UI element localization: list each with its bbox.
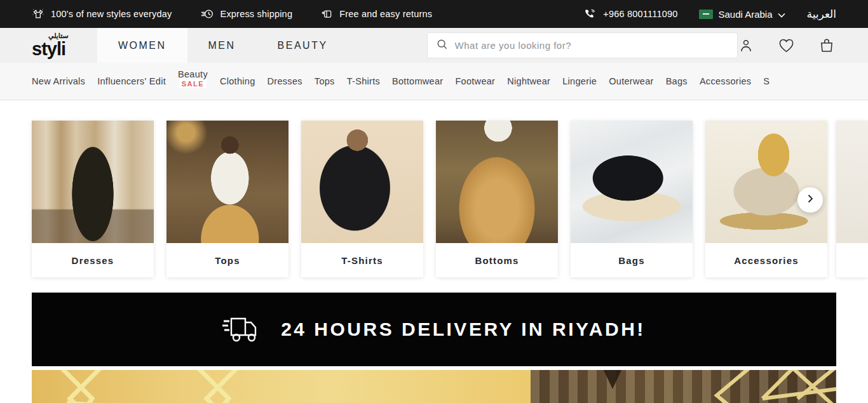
search-bar[interactable] [427,32,738,58]
category-label: Accessories [705,243,827,277]
language-switch[interactable]: العربية [807,8,836,21]
category-card-bottoms[interactable]: Bottoms [436,121,558,277]
search-input[interactable] [455,40,728,51]
country-name: Saudi Arabia [718,9,772,20]
account-icon[interactable] [738,37,754,54]
benefit-express-shipping: Express shipping [200,8,293,20]
nav-item-outerwear[interactable]: Outerwear [609,76,653,86]
country-selector[interactable]: Saudi Arabia [699,9,785,20]
category-cards: Dresses Tops T-Shirts Bottoms Bags Acces… [32,121,827,277]
header: ستايلي styli WOMEN MEN BEAUTY [0,28,868,63]
nav-item-clothing[interactable]: Clothing [220,76,255,86]
category-label: Bottoms [436,243,558,277]
tab-men[interactable]: MEN [187,28,257,63]
tab-women[interactable]: WOMEN [97,28,187,63]
nav-item-influencers-edit[interactable]: Influencers' Edit [97,76,166,86]
nav-item-nightwear[interactable]: Nightwear [507,76,550,86]
benefit-label: 100's of new styles everyday [51,9,172,19]
nav-item-tops[interactable]: Tops [315,76,335,86]
category-card-tshirts[interactable]: T-Shirts [301,121,423,277]
delivery-truck-icon [222,314,264,345]
category-card-bags[interactable]: Bags [571,121,693,277]
category-image-partial [836,121,868,243]
category-label: T-Shirts [301,243,423,277]
topbar-benefits: 100's of new styles everyday Express shi… [32,8,432,20]
nav-item-dresses[interactable]: Dresses [268,76,302,86]
category-card-tops[interactable]: Tops [166,121,288,277]
phone-contact[interactable]: +966 8001111090 [584,8,677,20]
category-image-bottoms [436,121,558,243]
category-image-dresses [32,121,154,243]
wishlist-heart-icon[interactable] [778,37,795,53]
category-image-accessories [705,121,827,243]
gender-tabs: WOMEN MEN BEAUTY [97,28,349,63]
category-label: Bags [571,243,693,277]
benefit-label: Express shipping [220,9,293,19]
carousel-next-button[interactable] [797,187,823,213]
express-clock-icon [200,8,214,20]
category-carousel: Dresses Tops T-Shirts Bottoms Bags Acces… [0,121,868,277]
nav-item-bags[interactable]: Bags [666,76,688,86]
benefit-label: Free and easy returns [339,9,432,19]
saudi-flag-icon [699,10,713,19]
topbar: 100's of new styles everyday Express shi… [0,0,868,28]
category-card-dresses[interactable]: Dresses [32,121,154,277]
chevron-right-icon [806,194,815,206]
benefit-free-returns: Free and easy returns [320,8,432,20]
chevron-down-icon [778,9,785,20]
delivery-banner-text: 24 HOURS DELIVERY IN RIYADH! [281,319,646,340]
category-label: Dresses [32,243,154,277]
tshirt-icon [32,8,44,20]
category-image-tshirts [301,121,423,243]
category-image-bags [571,121,693,243]
promo-banner-gold[interactable] [32,370,836,403]
search-icon [437,39,448,53]
nav-item-beauty-sale[interactable]: Beauty SALE [178,69,208,88]
promo-banner-pattern [32,370,836,403]
category-label: Tops [166,243,288,277]
styli-logo[interactable]: ستايلي styli [0,28,97,63]
category-image-tops [166,121,288,243]
category-card-partial[interactable] [836,121,868,277]
delivery-banner[interactable]: 24 HOURS DELIVERY IN RIYADH! [32,293,836,366]
sale-badge: SALE [179,79,207,88]
nav-beauty-label: Beauty [178,69,208,79]
logo-text: styli [32,40,97,58]
returns-box-icon [320,8,333,20]
nav-item-footwear[interactable]: Footwear [455,76,495,86]
nav-item-bottomwear[interactable]: Bottomwear [392,76,443,86]
nav-item-shoes-cutoff[interactable]: S [763,76,770,86]
header-icons [738,28,868,63]
phone-icon [584,8,597,20]
phone-number: +966 8001111090 [603,9,677,19]
category-nav: New Arrivals Influencers' Edit Beauty SA… [0,63,868,100]
topbar-utilities: +966 8001111090 Saudi Arabia العربية [584,8,836,21]
nav-item-new-arrivals[interactable]: New Arrivals [32,76,85,86]
benefit-new-styles: 100's of new styles everyday [32,8,172,20]
cart-bag-icon[interactable] [818,37,835,54]
nav-item-accessories[interactable]: Accessories [700,76,751,86]
nav-item-lingerie[interactable]: Lingerie [562,76,597,86]
tab-beauty[interactable]: BEAUTY [257,28,349,63]
nav-item-tshirts[interactable]: T-Shirts [347,76,380,86]
